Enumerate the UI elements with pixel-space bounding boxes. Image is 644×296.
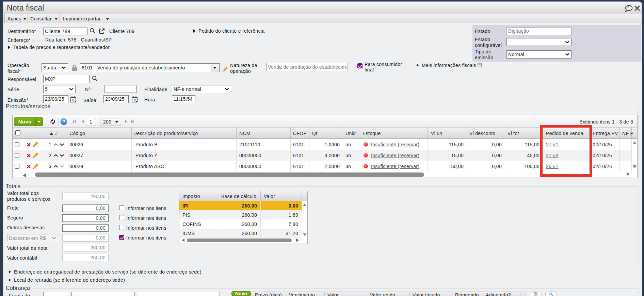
svg-text:8: 8	[73, 98, 75, 102]
svg-text:?: ?	[62, 119, 65, 124]
svg-text:8: 8	[134, 98, 136, 102]
